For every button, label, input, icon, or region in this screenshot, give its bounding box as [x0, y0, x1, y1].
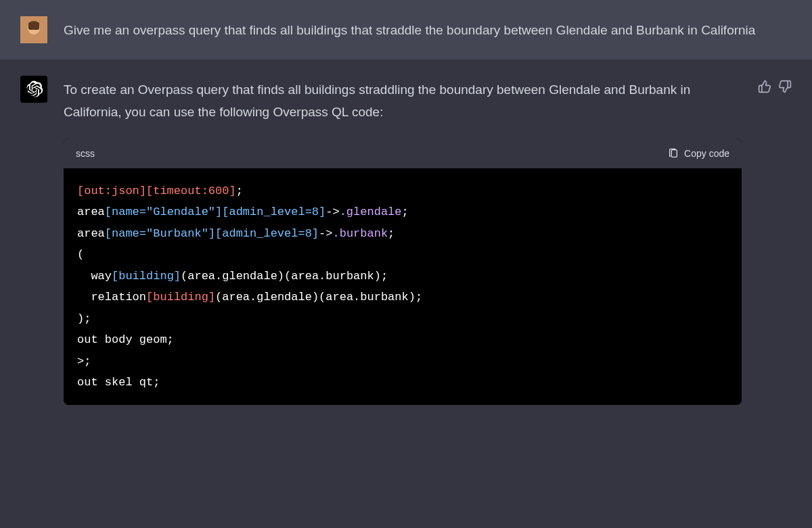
user-message-row: Give me an overpass query that finds all…	[0, 0, 812, 59]
code-language-label: scss	[76, 145, 95, 162]
assistant-message-content: To create an Overpass query that finds a…	[64, 76, 742, 405]
clipboard-icon	[668, 148, 679, 159]
feedback-actions	[758, 76, 792, 405]
copy-code-button[interactable]: Copy code	[668, 145, 729, 162]
assistant-message-row: To create an Overpass query that finds a…	[0, 59, 812, 421]
thumbs-up-icon[interactable]	[758, 80, 771, 93]
assistant-avatar	[20, 76, 47, 103]
copy-code-label: Copy code	[684, 145, 729, 162]
code-header: scss Copy code	[64, 139, 742, 169]
assistant-intro-text: To create an Overpass query that finds a…	[64, 78, 742, 124]
user-message-text: Give me an overpass query that finds all…	[64, 16, 792, 43]
svg-rect-3	[671, 149, 677, 157]
code-block: scss Copy code [out:json][timeout:600]; …	[64, 139, 742, 406]
code-body: [out:json][timeout:600]; area[name="Glen…	[64, 168, 742, 405]
user-avatar	[20, 16, 47, 43]
thumbs-down-icon[interactable]	[778, 80, 792, 93]
